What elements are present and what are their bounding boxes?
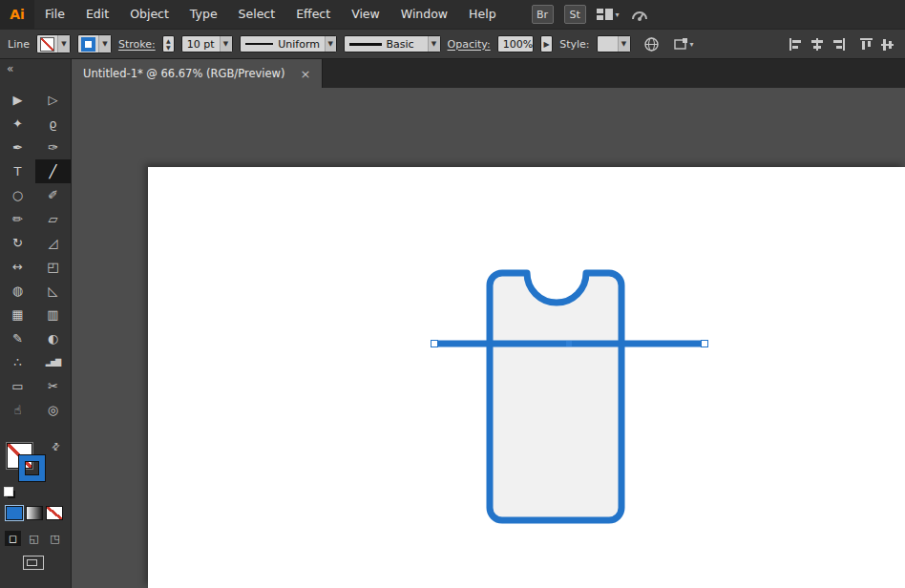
chevron-down-icon: ▾ bbox=[616, 10, 620, 19]
line-midpoint-anchor[interactable] bbox=[566, 341, 572, 346]
workspace-switcher-button[interactable]: ▾ bbox=[597, 9, 620, 20]
opacity-options-button[interactable]: ▶ bbox=[540, 35, 553, 52]
stepper-up-icon[interactable]: ▲ bbox=[166, 37, 171, 44]
workspace-switcher-icon bbox=[597, 9, 613, 20]
zoom-tool[interactable]: ◎ bbox=[35, 398, 71, 422]
stroke-weight-select[interactable]: 10 pt ▼ bbox=[181, 35, 233, 52]
chevron-down-icon[interactable]: ▼ bbox=[325, 36, 336, 52]
notched-rect-shape[interactable] bbox=[490, 273, 621, 520]
stroke-weight-stepper[interactable]: ▲ ▼ bbox=[162, 35, 175, 52]
illustrator-logo-icon[interactable]: Ai bbox=[0, 0, 34, 29]
symbol-sprayer-tool[interactable]: ∴ bbox=[0, 350, 35, 374]
stepper-down-icon[interactable]: ▼ bbox=[166, 44, 171, 51]
swap-fill-stroke-icon[interactable]: ⇄ bbox=[49, 440, 62, 453]
hand-tool[interactable]: ☝ bbox=[0, 398, 35, 422]
transform-menu-button[interactable]: ▾ bbox=[674, 38, 694, 51]
line-anchor-left[interactable] bbox=[431, 341, 438, 347]
menu-select[interactable]: Select bbox=[228, 0, 286, 29]
chevron-down-icon[interactable]: ▼ bbox=[57, 35, 70, 52]
scale-tool[interactable]: ◿ bbox=[35, 231, 71, 255]
active-tool-label: Line bbox=[8, 38, 30, 51]
draw-inside-mode-icon[interactable]: ◳ bbox=[47, 531, 63, 546]
chevron-down-icon[interactable]: ▼ bbox=[618, 36, 630, 52]
artwork-layer bbox=[72, 88, 905, 588]
menu-list: File Edit Object Type Select Effect View… bbox=[34, 0, 507, 29]
menu-file[interactable]: File bbox=[34, 0, 75, 29]
shape-builder-tool[interactable]: ◍ bbox=[0, 279, 35, 303]
stroke-indicator-active[interactable] bbox=[19, 455, 45, 481]
column-graph-tool[interactable]: ▂▅▇ bbox=[35, 350, 71, 374]
gradient-button[interactable] bbox=[26, 506, 43, 520]
menu-edit[interactable]: Edit bbox=[75, 0, 119, 29]
align-vertical-center-icon[interactable] bbox=[880, 37, 895, 52]
menu-type[interactable]: Type bbox=[179, 0, 228, 29]
paint-mode-buttons bbox=[6, 506, 71, 520]
screen-mode-button[interactable] bbox=[23, 556, 44, 570]
document-tab[interactable]: Untitled-1* @ 66.67% (RGB/Preview) × bbox=[72, 59, 323, 88]
opacity-label[interactable]: Opacity: bbox=[448, 38, 491, 51]
paintbrush-tool[interactable]: ✐ bbox=[35, 183, 71, 207]
brush-definition-select[interactable]: Basic ▼ bbox=[344, 35, 441, 52]
width-profile-select[interactable]: Uniform ▼ bbox=[240, 35, 337, 52]
menu-effect[interactable]: Effect bbox=[285, 0, 341, 29]
menu-help[interactable]: Help bbox=[458, 0, 507, 29]
gpu-performance-button[interactable] bbox=[630, 7, 649, 22]
recolor-artwork-button[interactable] bbox=[643, 36, 660, 52]
brush-value: Basic bbox=[387, 38, 423, 51]
chevron-right-icon: ▶ bbox=[544, 40, 550, 49]
pen-tool[interactable]: ✒ bbox=[0, 136, 35, 159]
ellipse-tool[interactable]: ○ bbox=[0, 183, 35, 207]
align-horizontal-left-icon[interactable] bbox=[789, 37, 804, 52]
draw-behind-mode-icon[interactable]: ◱ bbox=[26, 531, 42, 546]
default-fill-stroke-icon[interactable] bbox=[4, 487, 13, 496]
perspective-grid-tool[interactable]: ◺ bbox=[35, 279, 71, 303]
menu-view[interactable]: View bbox=[341, 0, 390, 29]
line-segment-tool[interactable]: ╱ bbox=[35, 159, 71, 183]
none-button[interactable] bbox=[46, 506, 63, 520]
magic-wand-tool[interactable]: ✦ bbox=[0, 112, 35, 136]
shaper-tool[interactable]: ✏ bbox=[0, 207, 35, 231]
free-transform-tool[interactable]: ◰ bbox=[35, 255, 71, 279]
align-vertical-top-icon[interactable] bbox=[859, 37, 874, 52]
uniform-profile-icon bbox=[245, 43, 274, 45]
rotate-tool[interactable]: ↻ bbox=[0, 231, 35, 255]
stroke-label[interactable]: Stroke: bbox=[118, 38, 156, 51]
lasso-tool[interactable]: ϱ bbox=[35, 112, 71, 136]
color-button[interactable] bbox=[6, 506, 23, 520]
style-select[interactable]: ▼ bbox=[597, 35, 631, 52]
type-tool[interactable]: T bbox=[0, 159, 35, 183]
slice-tool[interactable]: ✂ bbox=[35, 374, 71, 398]
blend-tool[interactable]: ◐ bbox=[35, 326, 71, 350]
fill-color-control[interactable]: ▼ bbox=[36, 34, 71, 53]
line-anchor-right[interactable] bbox=[702, 341, 708, 347]
mesh-tool[interactable]: ▦ bbox=[0, 303, 35, 326]
width-tool[interactable]: ↔ bbox=[0, 255, 35, 279]
menu-object[interactable]: Object bbox=[119, 0, 179, 29]
gradient-tool[interactable]: ▥ bbox=[35, 303, 71, 326]
opacity-select[interactable]: 100% bbox=[497, 35, 534, 52]
opacity-value: 100% bbox=[503, 38, 533, 51]
chevron-down-icon[interactable]: ▼ bbox=[428, 36, 440, 52]
selection-tool[interactable]: ▶ bbox=[0, 88, 35, 112]
chevron-down-icon[interactable]: ▼ bbox=[98, 35, 111, 52]
fill-none-swatch-icon bbox=[40, 37, 54, 52]
canvas[interactable] bbox=[72, 88, 905, 588]
stock-button[interactable]: St bbox=[564, 5, 586, 24]
menu-window[interactable]: Window bbox=[390, 0, 458, 29]
eyedropper-tool[interactable]: ✎ bbox=[0, 326, 35, 350]
bridge-button[interactable]: Br bbox=[532, 5, 554, 24]
artboard-tool[interactable]: ▭ bbox=[0, 374, 35, 398]
close-tab-icon[interactable]: × bbox=[300, 67, 310, 81]
direct-selection-tool[interactable]: ▷ bbox=[35, 88, 71, 112]
align-buttons bbox=[789, 37, 897, 52]
draw-normal-mode-icon[interactable]: ◻ bbox=[5, 531, 21, 546]
stroke-color-control[interactable]: ▼ bbox=[77, 34, 112, 53]
eraser-tool[interactable]: ▱ bbox=[35, 207, 71, 231]
basic-brush-icon bbox=[349, 43, 382, 46]
collapse-panel-button[interactable]: « bbox=[0, 59, 71, 80]
curvature-tool[interactable]: ✑ bbox=[35, 136, 71, 159]
align-horizontal-center-icon[interactable] bbox=[810, 37, 825, 52]
chevron-down-icon[interactable]: ▼ bbox=[220, 36, 232, 52]
align-horizontal-right-icon[interactable] bbox=[831, 37, 846, 52]
menubar: Ai File Edit Object Type Select Effect V… bbox=[0, 0, 905, 29]
